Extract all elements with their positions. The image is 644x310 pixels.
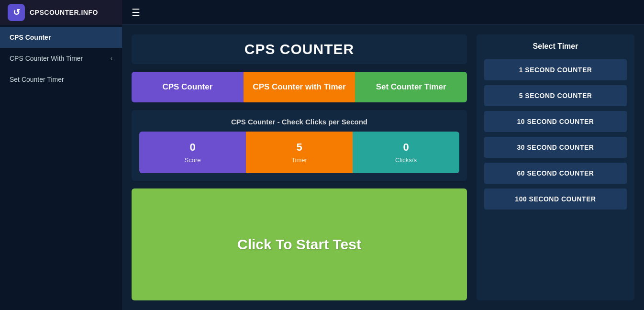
sidebar: ↺ CPSCOUNTER.INFO CPS Counter CPS Counte…	[0, 0, 122, 310]
content-area: CPS COUNTER CPS Counter CPS Counter with…	[122, 25, 644, 310]
timer-btn-30s[interactable]: 30 SECOND COUNTER	[484, 137, 627, 158]
stat-timer: 5 Timer	[246, 132, 353, 173]
select-timer-label: Select Timer	[484, 42, 627, 55]
hamburger-icon[interactable]: ☰	[132, 7, 140, 18]
sidebar-nav: CPS Counter CPS Counter With Timer ‹ Set…	[0, 27, 122, 90]
page-title: CPS COUNTER	[132, 34, 467, 64]
sidebar-header: ↺ CPSCOUNTER.INFO	[0, 0, 122, 25]
stat-clicks: 0 Clicks/s	[353, 132, 459, 173]
sidebar-item-label: Set Counter Timer	[10, 76, 64, 83]
counter-section: CPS Counter - Check Clicks per Second 0 …	[132, 110, 467, 181]
sidebar-item-cps-counter[interactable]: CPS Counter	[0, 27, 122, 48]
logo-icon: ↺	[8, 4, 25, 21]
tab-set-counter-timer[interactable]: Set Counter Timer	[355, 72, 467, 102]
sidebar-item-set-counter-timer[interactable]: Set Counter Timer	[0, 69, 122, 90]
counter-label: CPS Counter - Check Clicks per Second	[139, 118, 459, 126]
timer-btn-60s[interactable]: 60 SECOND COUNTER	[484, 163, 627, 184]
tab-cps-counter-timer[interactable]: CPS Counter with Timer	[244, 72, 355, 102]
timer-btn-1s[interactable]: 1 SECOND COUNTER	[484, 59, 627, 80]
clicks-value: 0	[403, 141, 409, 154]
site-title: CPSCOUNTER.INFO	[30, 9, 98, 16]
left-panel: CPS COUNTER CPS Counter CPS Counter with…	[132, 34, 467, 300]
click-area-text: Click To Start Test	[237, 236, 361, 253]
timer-panel: Select Timer 1 SECOND COUNTER 5 SECOND C…	[477, 34, 634, 300]
counter-stats: 0 Score 5 Timer 0 Clicks/s	[139, 132, 459, 173]
logo-char: ↺	[13, 7, 20, 18]
timer-btn-5s[interactable]: 5 SECOND COUNTER	[484, 85, 627, 106]
timer-btn-10s[interactable]: 10 SECOND COUNTER	[484, 111, 627, 132]
click-area[interactable]: Click To Start Test	[132, 188, 467, 300]
sidebar-item-cps-counter-timer[interactable]: CPS Counter With Timer ‹	[0, 48, 122, 69]
score-value: 0	[189, 141, 195, 154]
tab-buttons: CPS Counter CPS Counter with Timer Set C…	[132, 72, 467, 102]
main-content: ☰ CPS COUNTER CPS Counter CPS Counter wi…	[122, 0, 644, 310]
clicks-label: Clicks/s	[395, 156, 417, 164]
score-label: Score	[185, 156, 201, 164]
sidebar-item-label: CPS Counter	[10, 33, 51, 41]
timer-value: 5	[296, 141, 302, 154]
timer-label: Timer	[291, 156, 307, 164]
topbar: ☰	[122, 0, 644, 25]
timer-btn-100s[interactable]: 100 SECOND COUNTER	[484, 188, 627, 210]
sidebar-item-label: CPS Counter With Timer	[10, 55, 83, 62]
chevron-right-icon: ‹	[111, 55, 112, 62]
tab-cps-counter[interactable]: CPS Counter	[132, 72, 244, 102]
stat-score: 0 Score	[139, 132, 246, 173]
